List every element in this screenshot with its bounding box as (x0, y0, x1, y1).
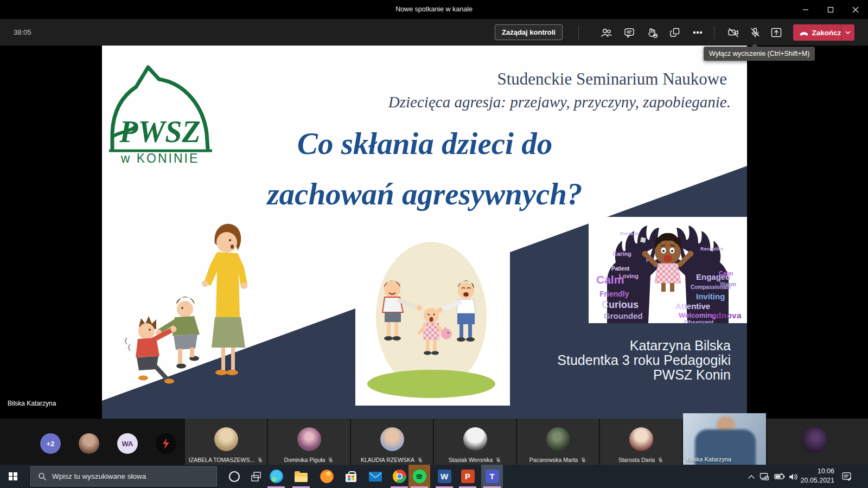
edge-icon (270, 470, 283, 483)
end-call-label: Zakończ (812, 29, 841, 37)
participant-name: Pacanowska Marta (529, 457, 578, 463)
breakout-rooms-button[interactable] (667, 26, 683, 39)
wordcloud-word: Present (620, 231, 638, 236)
minimize-icon (802, 7, 809, 13)
participant-tile[interactable] (767, 419, 868, 465)
mic-off-button[interactable] (747, 26, 763, 39)
presenter-name-label: Bilska Katarzyna (8, 400, 56, 407)
participant-avatar[interactable] (79, 433, 99, 454)
slide-subheader: Dziecięca agresja: przejawy, przyczyny, … (388, 93, 731, 111)
end-call-options-button[interactable] (841, 24, 854, 41)
chrome-app-button[interactable] (388, 465, 410, 488)
reactions-button[interactable] (644, 26, 660, 39)
more-options-button[interactable] (690, 26, 706, 39)
participant-tile[interactable]: Dominika Piguła (268, 419, 350, 465)
share-screen-button[interactable] (768, 26, 784, 39)
microsoft-store-app-button[interactable] (340, 465, 362, 488)
wordcloud-word: Attentive (675, 301, 710, 311)
firefox-app-button[interactable] (316, 465, 337, 488)
powerpoint-app-button[interactable]: P (457, 465, 478, 488)
close-button[interactable] (843, 0, 868, 19)
teams-meeting-window: Nowe spotkanie w kanale 38:05 Zażądaj ko… (0, 0, 868, 488)
avatar (297, 427, 321, 451)
hangup-icon (799, 29, 808, 36)
avatar (214, 427, 238, 451)
participant-name: Bilska Katarzyna (687, 456, 731, 463)
slide-title: Co skłania dzieci do zachowań agresywnyc… (183, 118, 666, 220)
powerpoint-icon: P (461, 470, 475, 483)
volume-tray-button[interactable] (788, 471, 800, 482)
wordcloud-word: Grounded (604, 311, 643, 320)
overflow-participants-badge[interactable]: +2 (40, 433, 61, 454)
bullying-illustration (355, 236, 510, 406)
mic-off-icon (580, 457, 586, 463)
author-role: Studentka 3 roku Pedagogiki (557, 353, 731, 368)
maximize-icon (827, 7, 834, 13)
microsoft-store-icon (346, 474, 356, 482)
wordcloud-word: Loving (619, 273, 639, 279)
chat-icon (623, 27, 635, 38)
wordcloud-word: Inviting (696, 292, 725, 301)
minimize-button[interactable] (793, 0, 818, 19)
maximize-button[interactable] (818, 0, 843, 19)
start-button[interactable] (0, 465, 26, 488)
task-view-button[interactable] (245, 465, 267, 488)
teams-app-button[interactable]: T (481, 465, 503, 488)
speaker-icon (789, 473, 799, 481)
spotify-app-button[interactable] (409, 465, 430, 488)
word-app-button[interactable]: W (433, 465, 455, 488)
participant-name: Stasiak Weronika (449, 457, 493, 463)
participant-tile[interactable]: Pacanowska Marta (517, 419, 599, 465)
slide-header: Studenckie Seminarium Naukowe (497, 69, 727, 89)
battery-charging-icon (774, 473, 786, 480)
battery-tray-button[interactable] (774, 471, 786, 482)
odnova-brand: odnova (711, 311, 742, 320)
chevron-up-icon (748, 474, 755, 479)
chat-button[interactable] (621, 26, 637, 39)
avatar (380, 427, 404, 451)
clock-date: 20.05.2021 (800, 476, 834, 485)
cortana-button[interactable] (224, 465, 245, 488)
display-tray-button[interactable] (758, 471, 770, 482)
participant-name: Starosta Daria (618, 457, 655, 463)
active-speaker-video-tile[interactable]: Bilska Katarzyna (683, 413, 766, 465)
mute-tooltip: Wyłącz wyciszenie (Ctrl+Shift+M) (704, 47, 815, 61)
lightning-avatar[interactable] (156, 433, 176, 454)
end-call-button[interactable]: Zakończ (793, 24, 854, 41)
taskbar-search[interactable] (30, 466, 217, 486)
tray-expand-button[interactable] (745, 471, 757, 482)
raise-hand-icon (646, 27, 658, 38)
participant-tile[interactable]: Stasiak Weronika (434, 419, 516, 465)
participant-tile[interactable]: KLAUDIA RZEWSKA (351, 419, 433, 465)
window-titlebar: Nowe spotkanie w kanale (0, 0, 868, 19)
search-input[interactable] (52, 472, 204, 480)
close-icon (852, 7, 859, 13)
initials-avatar[interactable]: WA (117, 433, 138, 454)
participant-tile[interactable]: IZABELA TOMASZEWS... (185, 419, 267, 465)
participant-name: KLAUDIA RZEWSKA (361, 457, 414, 463)
chevron-down-icon (845, 30, 851, 35)
participant-tile[interactable]: Starosta Daria (600, 419, 682, 465)
mic-off-icon (658, 457, 663, 463)
cortana-icon (228, 470, 241, 483)
presentation-slide: PWSZ w KONINIE Studenckie Seminarium Nau… (102, 46, 747, 419)
author-school: PWSZ Konin (557, 368, 731, 382)
edge-app-button[interactable] (265, 465, 287, 488)
participant-name: IZABELA TOMASZEWS... (189, 457, 255, 463)
slide-title-line1: Co skłania dzieci do (183, 118, 666, 169)
file-explorer-app-button[interactable] (290, 465, 312, 488)
mic-off-icon (495, 457, 501, 463)
action-center-button[interactable] (841, 471, 853, 482)
taskbar-clock[interactable]: 10:06 20.05.2021 (800, 467, 834, 485)
request-control-button[interactable]: Zażądaj kontroli (495, 24, 563, 40)
mic-off-icon (417, 457, 423, 463)
camera-off-button[interactable] (725, 26, 742, 39)
more-options-icon (692, 27, 704, 38)
notification-icon (841, 472, 852, 481)
presentation-stage: PWSZ w KONINIE Studenckie Seminarium Nau… (0, 46, 868, 419)
search-icon (38, 472, 47, 481)
lightning-icon (162, 438, 170, 449)
mail-app-button[interactable] (365, 465, 386, 488)
participants-button[interactable] (598, 26, 615, 39)
clock-time: 10:06 (800, 467, 834, 476)
